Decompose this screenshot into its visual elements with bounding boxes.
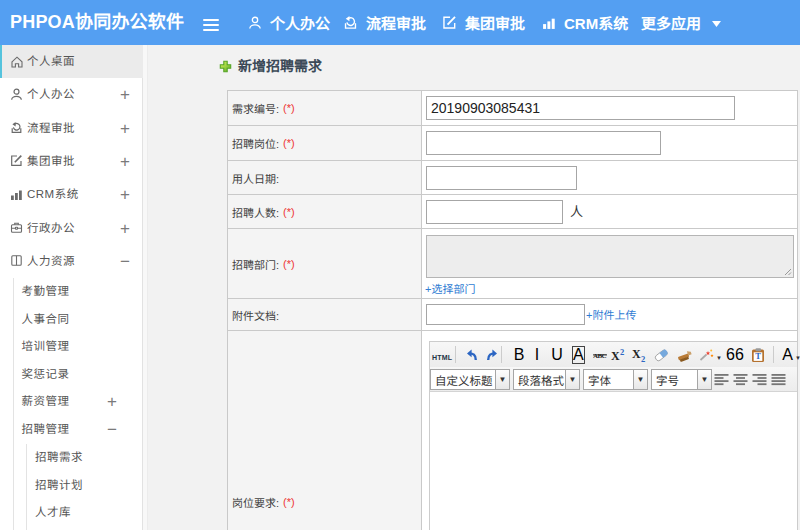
svg-text:X: X [611,349,620,362]
svg-text:2: 2 [641,354,645,363]
svg-text:2: 2 [620,348,624,357]
svg-text:T: T [755,351,761,361]
svg-text:X: X [632,347,641,360]
svg-text:ABC: ABC [593,352,607,360]
